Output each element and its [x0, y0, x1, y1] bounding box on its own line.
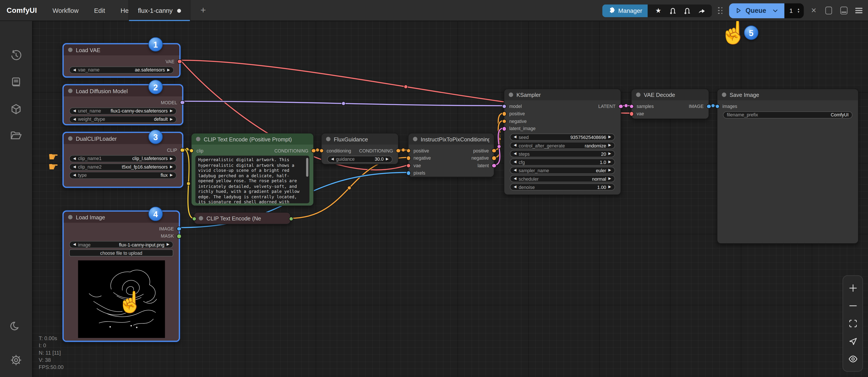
queue-button[interactable]: Queue — [729, 3, 784, 18]
combo-left-arrow-icon[interactable]: ◀ — [514, 152, 517, 156]
output-port-CLIP[interactable] — [180, 148, 185, 152]
manager-button[interactable]: Manager — [602, 4, 648, 17]
input-port-model[interactable] — [502, 104, 506, 109]
node-title-bar[interactable]: CLIP Text Encode (Positive Prompt) — [192, 134, 313, 145]
batch-count-stepper[interactable]: 1 ▲ ▼ — [784, 3, 804, 18]
combo-left-arrow-icon[interactable]: ◀ — [73, 173, 76, 177]
combo-left-arrow-icon[interactable]: ◀ — [73, 156, 76, 160]
output-port-CONDITIONING[interactable] — [311, 148, 316, 153]
output-port-IMAGE[interactable] — [177, 226, 181, 231]
combo-right-arrow-icon[interactable]: ▶ — [609, 185, 611, 189]
workflows-folder-icon[interactable] — [10, 129, 22, 142]
textarea-scrollbar[interactable] — [306, 158, 308, 177]
select-mode-button[interactable] — [847, 336, 858, 347]
theme-toggle-moon-icon[interactable] — [10, 320, 22, 332]
input-port-samples[interactable] — [629, 104, 634, 109]
widget-clip_name1[interactable]: ◀clip_name1clip_l.safetensors▶ — [69, 155, 177, 162]
prompt-textarea[interactable]: Hyperrealistic digital artwork. This hyp… — [195, 156, 310, 203]
node-ip2p[interactable]: InstructPixToPixConditioningpositiveposi… — [408, 133, 494, 177]
output-port-IMAGE[interactable] — [706, 104, 711, 109]
combo-right-arrow-icon[interactable]: ▶ — [609, 152, 611, 156]
new-workflow-button[interactable]: + — [197, 4, 209, 17]
widget-guidance[interactable]: ◀guidance30.0▶ — [327, 155, 393, 163]
main-menu-hamburger-icon[interactable] — [854, 6, 864, 16]
output-port-MODEL[interactable] — [180, 100, 185, 105]
input-port-positive[interactable] — [406, 148, 411, 153]
output-port-latent[interactable] — [492, 163, 496, 168]
node-ksampler[interactable]: KSamplermodelLATENTpositivenegativelaten… — [504, 89, 621, 195]
combo-right-arrow-icon[interactable]: ▶ — [170, 156, 173, 160]
combo-right-arrow-icon[interactable]: ▶ — [170, 117, 173, 121]
settings-gear-icon[interactable] — [10, 354, 22, 366]
widget-clip_name2[interactable]: ◀clip_name2t5xxl_fp16.safetensors▶ — [69, 163, 177, 170]
widget-weight_dtype[interactable]: ◀weight_dtypedefault▶ — [69, 116, 177, 123]
widget-type[interactable]: ◀typeflux▶ — [69, 172, 177, 179]
combo-left-arrow-icon[interactable]: ◀ — [514, 169, 517, 172]
output-port-CONDITIONING[interactable] — [396, 148, 401, 153]
node-title-bar[interactable]: DualCLIPLoader — [64, 133, 182, 144]
input-port-vae[interactable] — [406, 163, 411, 168]
widget-steps[interactable]: ◀steps20▶ — [510, 150, 615, 157]
node-title-bar[interactable]: VAE Decode — [632, 89, 709, 100]
upload-button[interactable]: choose file to upload — [69, 249, 174, 257]
node-loadimage[interactable]: Load ImageIMAGEMASK◀imageflux-1-canny-in… — [62, 210, 180, 342]
combo-right-arrow-icon[interactable]: ▶ — [609, 160, 611, 164]
node-loadvae[interactable]: Load VAEVAE◀vae_nameae.safetensors▶ — [62, 43, 180, 78]
workflow-tab[interactable]: flux-1-canny — [128, 0, 190, 21]
bottom-panel-button[interactable] — [839, 6, 849, 16]
node-title-bar[interactable]: FluxGuidance — [321, 134, 398, 145]
input-port-pixels[interactable] — [406, 171, 411, 175]
node-title-bar[interactable]: Save Image — [717, 89, 858, 100]
node-library-icon[interactable] — [10, 77, 22, 89]
input-port-vae[interactable] — [629, 111, 634, 116]
input-port-negative[interactable] — [502, 119, 506, 123]
node-vaedecode[interactable]: VAE DecodesamplesIMAGEvae — [631, 89, 709, 119]
combo-right-arrow-icon[interactable]: ▶ — [609, 135, 611, 139]
node-saveimage[interactable]: Save Imageimagesfilename_prefixComfyUI — [717, 89, 859, 244]
output-port-MASK[interactable] — [177, 234, 181, 239]
widget-image[interactable]: ◀imageflux-1-canny-input.png▶ — [69, 241, 174, 248]
queue-panel-button[interactable] — [824, 6, 834, 16]
input-port-negative[interactable] — [406, 156, 411, 161]
toggle-link-visibility-button[interactable] — [847, 353, 858, 365]
combo-right-arrow-icon[interactable]: ▶ — [170, 165, 173, 169]
widget-seed[interactable]: ◀seed93575625408696▶ — [510, 134, 615, 141]
menu-edit[interactable]: Edit — [94, 7, 105, 14]
node-fluxguidance[interactable]: FluxGuidanceconditioningCONDITIONING◀gui… — [321, 133, 399, 165]
combo-right-arrow-icon[interactable]: ▶ — [170, 173, 173, 177]
widget-control_after_generate[interactable]: ◀control_after_generaterandomize▶ — [510, 142, 615, 149]
node-clippos[interactable]: CLIP Text Encode (Positive Prompt)clipCO… — [191, 133, 314, 206]
zoom-in-button[interactable] — [847, 283, 858, 294]
widget-sampler_name[interactable]: ◀sampler_nameeuler▶ — [510, 167, 615, 174]
output-port-LATENT[interactable] — [618, 104, 623, 109]
combo-right-arrow-icon[interactable]: ▶ — [167, 243, 169, 246]
combo-right-arrow-icon[interactable]: ▶ — [167, 68, 170, 72]
node-loaddiff[interactable]: Load Diffusion ModelMODEL◀unet_nameflux1… — [62, 84, 183, 125]
fit-view-button[interactable] — [847, 318, 858, 329]
input-port-conditioning[interactable] — [319, 148, 324, 153]
output-port-negative[interactable] — [492, 156, 496, 161]
widget-filename_prefix[interactable]: filename_prefixComfyUI — [723, 111, 852, 118]
input-port-latent_image[interactable] — [502, 126, 506, 131]
widget-denoise[interactable]: ◀denoise1.00▶ — [510, 183, 615, 191]
magnet-icon-2[interactable] — [681, 5, 693, 16]
menu-workflow[interactable]: Workflow — [53, 7, 79, 14]
output-port-VAE[interactable] — [177, 59, 182, 64]
node-title-bar[interactable]: CLIP Text Encode (Ne — [194, 213, 290, 224]
widget-scheduler[interactable]: ◀schedulernormal▶ — [510, 175, 615, 182]
input-port-images[interactable] — [715, 104, 720, 109]
combo-right-arrow-icon[interactable]: ▶ — [609, 169, 611, 172]
node-dualclip[interactable]: DualCLIPLoaderCLIP◀clip_name1clip_l.safe… — [62, 132, 183, 188]
widget-vae_name[interactable]: ◀vae_nameae.safetensors▶ — [69, 66, 174, 74]
share-icon[interactable] — [695, 5, 708, 16]
node-title-bar[interactable]: Load Diffusion Model — [64, 85, 182, 96]
widget-unet_name[interactable]: ◀unet_nameflux1-canny-dev.safetensors▶ — [69, 107, 177, 114]
combo-left-arrow-icon[interactable]: ◀ — [73, 165, 76, 169]
combo-right-arrow-icon[interactable]: ▶ — [386, 157, 389, 161]
input-port-positive[interactable] — [502, 111, 506, 116]
zoom-out-button[interactable] — [847, 300, 858, 312]
combo-left-arrow-icon[interactable]: ◀ — [514, 135, 517, 139]
model-library-icon[interactable] — [10, 103, 22, 115]
queue-options-chevron-icon[interactable] — [772, 7, 778, 13]
combo-left-arrow-icon[interactable]: ◀ — [73, 109, 76, 113]
